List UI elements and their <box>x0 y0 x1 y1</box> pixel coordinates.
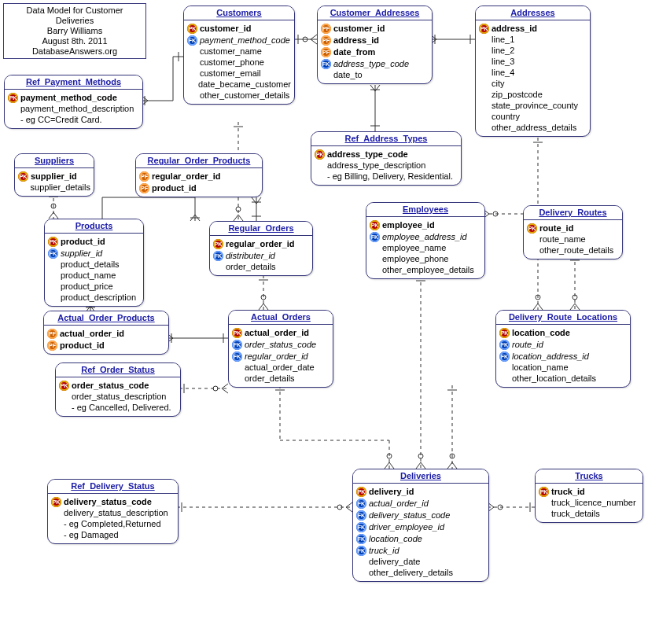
column-label: - eg Completed,Returned <box>64 518 161 529</box>
column-label: date_became_customer <box>198 79 291 90</box>
spacer-icon <box>48 270 57 281</box>
entity-row: FKtruck_id <box>356 544 485 556</box>
entity-row: city <box>479 78 587 89</box>
spacer-icon <box>527 245 536 256</box>
entity-row: FKorder_status_code <box>232 338 330 350</box>
fk-icon: FK <box>232 351 242 362</box>
entity-trucks: TrucksPKtruck_id truck_licence_number tr… <box>535 469 643 523</box>
column-label: date_to <box>333 69 363 80</box>
entity-row: FKdistributer_id <box>213 249 309 261</box>
spacer-icon <box>8 103 17 114</box>
column-label: line_3 <box>492 56 514 67</box>
entity-title: Actual_Orders <box>229 311 333 325</box>
entity-row: PKlocation_code <box>499 326 627 338</box>
spacer-icon <box>48 259 57 270</box>
entity-row: PFproduct_id <box>47 339 165 351</box>
er-diagram-canvas: Data Model for Customer Deliveries Barry… <box>0 0 648 644</box>
entity-rows: PKsupplier_id supplier_details <box>15 168 94 196</box>
entity-row: PKemployee_id <box>370 219 481 230</box>
entity-row: PKproduct_id <box>48 235 140 247</box>
column-label: actual_order_id <box>245 327 309 338</box>
spacer-icon <box>370 264 379 275</box>
column-label: other_route_details <box>539 245 613 256</box>
pk-icon: PK <box>59 381 69 391</box>
entity-row: other_address_details <box>479 122 587 133</box>
entity-title: Delivery_Route_Locations <box>496 311 630 325</box>
fk-icon: FK <box>187 35 197 46</box>
svg-point-61 <box>337 505 342 510</box>
entity-row: route_name <box>527 234 619 245</box>
entity-row: actual_order_date <box>232 362 330 373</box>
column-label: date_from <box>333 46 375 57</box>
entity-row: truck_licence_number <box>539 497 639 508</box>
entity-title: Suppliers <box>15 154 94 168</box>
entity-row: order_details <box>213 261 309 272</box>
entity-row: supplier_details <box>18 182 90 193</box>
entity-rows: PKcustomer_idFKpayment_method_code custo… <box>184 20 294 104</box>
spacer-icon <box>539 508 548 519</box>
spacer-icon <box>51 529 61 540</box>
spacer-icon <box>356 556 366 567</box>
spacer-icon <box>499 362 509 373</box>
entity-suppliers: SuppliersPKsupplier_id supplier_details <box>14 153 94 197</box>
column-label: address_type_code <box>333 58 409 69</box>
column-label: route_id <box>539 223 573 234</box>
spacer-icon <box>187 46 197 57</box>
spacer-icon <box>321 69 330 80</box>
entity-products: ProductsPKproduct_idFKsupplier_id produc… <box>44 219 144 307</box>
column-label: route_name <box>539 234 586 245</box>
entity-row: PKregular_order_id <box>213 237 309 249</box>
column-label: customer_email <box>200 68 261 79</box>
column-label: truck_details <box>551 508 600 519</box>
spacer-icon <box>187 79 195 90</box>
column-label: customer_name <box>200 46 262 57</box>
column-label: - eg Cancelled, Delivered. <box>72 402 171 413</box>
entity-row: delivery_status_description <box>51 507 175 518</box>
spacer-icon <box>51 518 61 529</box>
entity-row: PKpayment_method_code <box>8 91 139 103</box>
entity-row: PKdelivery_id <box>356 485 485 497</box>
pf-icon: PF <box>321 47 331 57</box>
column-label: order_details <box>245 373 295 384</box>
spacer-icon <box>539 497 548 508</box>
entity-row: PKaddress_type_code <box>315 148 458 160</box>
pk-icon: PK <box>18 171 28 182</box>
pf-icon: PF <box>47 340 57 351</box>
fk-icon: FK <box>499 340 510 350</box>
svg-point-64 <box>498 505 503 510</box>
entity-title: Delivery_Routes <box>524 206 622 220</box>
column-label: distributer_id <box>226 250 275 261</box>
entity-ref-order-status: Ref_Order_StatusPKorder_status_code orde… <box>55 362 181 417</box>
entity-rows: PKtruck_id truck_licence_number truck_de… <box>536 484 642 522</box>
spacer-icon <box>479 67 488 78</box>
spacer-icon <box>356 567 366 578</box>
column-label: location_code <box>369 533 422 544</box>
entity-ref-payment-methods: Ref_Payment_MethodsPKpayment_method_code… <box>4 75 143 129</box>
entity-title: Ref_Address_Types <box>311 132 461 146</box>
column-label: delivery_id <box>369 486 414 497</box>
entity-row: line_4 <box>479 67 587 78</box>
pk-icon: PK <box>315 149 325 160</box>
entity-row: country <box>479 111 587 122</box>
spacer-icon <box>18 182 28 193</box>
column-label: order_status_code <box>72 380 149 391</box>
column-label: supplier_id <box>61 248 102 259</box>
fk-icon: FK <box>370 232 380 242</box>
svg-point-58 <box>387 454 392 458</box>
entity-row: - eg Cancelled, Delivered. <box>59 402 177 413</box>
column-label: route_id <box>512 339 543 350</box>
entity-row: FKregular_order_id <box>232 350 330 362</box>
entity-rows: PFregular_order_idPFproduct_id <box>136 168 262 197</box>
fk-icon: FK <box>232 340 242 350</box>
entity-delivery-route-locations: Delivery_Route_LocationsPKlocation_codeF… <box>495 310 631 388</box>
column-label: other_delivery_details <box>369 567 453 578</box>
column-label: order_status_code <box>245 339 316 350</box>
column-label: country <box>492 111 520 122</box>
spacer-icon <box>232 373 241 384</box>
svg-point-43 <box>493 212 498 216</box>
entity-title: Actual_Order_Products <box>44 311 168 326</box>
entity-rows: PKlocation_codeFKroute_idFKlocation_addr… <box>496 325 630 387</box>
column-label: address_id <box>333 35 379 46</box>
column-label: actual_order_date <box>245 362 315 373</box>
column-label: location_code <box>512 327 570 338</box>
